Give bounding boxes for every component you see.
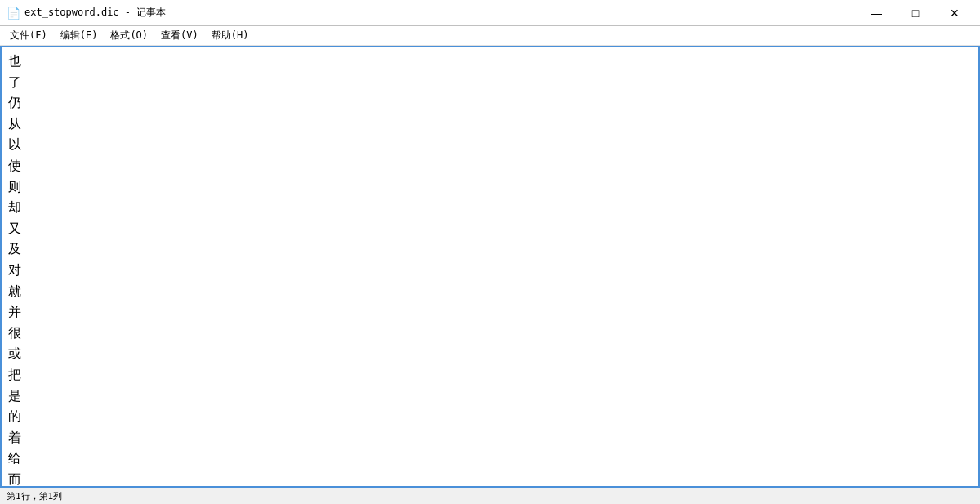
status-text: 第1行，第1列 [7, 490, 62, 502]
menu-format[interactable]: 格式(O) [104, 27, 154, 44]
close-button[interactable]: ✕ [936, 0, 973, 26]
menu-view[interactable]: 查看(V) [154, 27, 205, 44]
status-bar: 第1行，第1列 [0, 488, 980, 504]
app-icon: 📄 [7, 7, 20, 20]
minimize-button[interactable]: — [858, 0, 895, 26]
menu-edit[interactable]: 编辑(E) [54, 27, 105, 44]
menu-help[interactable]: 帮助(H) [205, 27, 256, 44]
editor-textarea[interactable]: 也 了 仍 从 以 使 则 却 又 及 对 就 并 很 或 把 是 的 着 给 … [2, 47, 978, 486]
title-bar: 📄 ext_stopword.dic - 记事本 — □ ✕ [0, 0, 980, 26]
window-title: ext_stopword.dic - 记事本 [24, 6, 166, 20]
menu-bar: 文件(F) 编辑(E) 格式(O) 查看(V) 帮助(H) [0, 26, 980, 46]
editor-container: 也 了 仍 从 以 使 则 却 又 及 对 就 并 很 或 把 是 的 着 给 … [0, 46, 980, 488]
title-bar-left: 📄 ext_stopword.dic - 记事本 [7, 6, 166, 20]
maximize-button[interactable]: □ [897, 0, 934, 26]
menu-file[interactable]: 文件(F) [3, 27, 54, 44]
title-bar-controls: — □ ✕ [858, 0, 973, 26]
